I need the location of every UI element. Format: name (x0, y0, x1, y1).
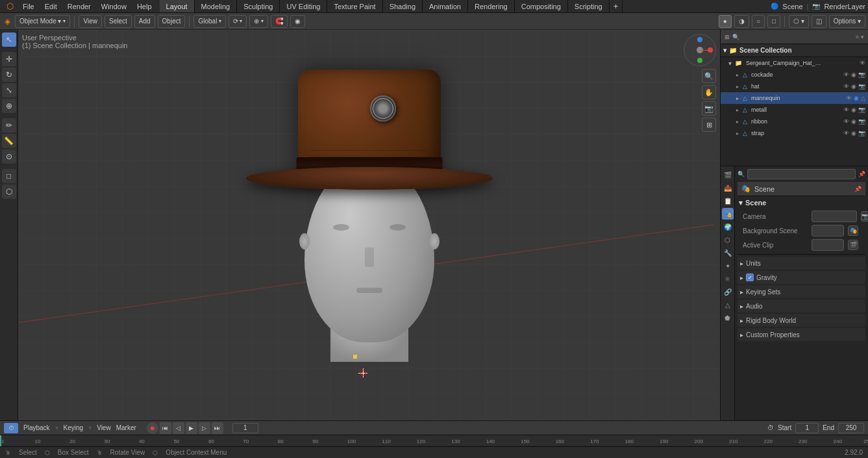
select-icon[interactable]: ◉ (851, 83, 856, 90)
tool-move[interactable]: ✛ (2, 52, 16, 66)
prop-tab-output[interactable]: 📤 (722, 182, 734, 194)
prop-tab-world[interactable]: 🌍 (722, 221, 734, 233)
eye-icon[interactable]: 👁 (843, 83, 849, 90)
btn-play[interactable]: ▶ (186, 422, 197, 434)
menu-help[interactable]: Help (132, 0, 157, 12)
outliner-item-strap[interactable]: ▸ △ strap 👁 ◉ 📷 (721, 127, 868, 139)
keying-sets-header[interactable]: ▸ Keying Sets (738, 285, 865, 298)
prop-tab-object[interactable]: ⬡ (722, 234, 734, 246)
viewport-mode-icon[interactable]: ◈ (3, 15, 12, 28)
pivot-dropdown[interactable]: ⊕ ▾ (249, 15, 268, 28)
props-search-box[interactable] (747, 169, 856, 179)
outliner-item-ribbon[interactable]: ▸ △ ribbon 👁 ◉ 📷 (721, 116, 868, 127)
prop-tab-particles[interactable]: ✦ (722, 260, 734, 272)
prop-tab-constraints[interactable]: 🔗 (722, 286, 734, 298)
tool-scale[interactable]: ⤡ (2, 83, 16, 97)
overlays-btn[interactable]: ⬡ ▾ (789, 15, 809, 28)
eye-icon[interactable]: 👁 (843, 130, 849, 136)
outliner-filter-dropdown[interactable]: ▾ (861, 34, 864, 40)
btn-next-frame[interactable]: ▷ (199, 422, 210, 434)
data-icon[interactable]: △ (861, 95, 865, 101)
outliner-item-mannequin[interactable]: ▸ △ mannequin 👁 ◉ △ (721, 92, 868, 104)
tool-measure[interactable]: 📏 (2, 134, 16, 148)
render-icon[interactable]: 📷 (858, 71, 865, 78)
prop-tab-data[interactable]: △ (722, 299, 734, 311)
tool-rotate[interactable]: ↻ (2, 68, 16, 82)
select-icon[interactable]: ◉ (851, 130, 856, 136)
scene-options-icon[interactable]: 📌 (854, 186, 862, 192)
viewport-3d[interactable]: User Perspective (1) Scene Collection | … (18, 30, 720, 420)
tool-select[interactable]: ↖ (2, 32, 16, 47)
prop-tab-physics[interactable]: ⚛ (722, 273, 734, 285)
tab-rendering[interactable]: Rendering (468, 0, 515, 12)
timeline-mode-icon[interactable]: ⏱ (4, 423, 18, 433)
viewport-shading-solid[interactable]: ● (719, 15, 732, 28)
tab-modeling[interactable]: Modeling (195, 0, 238, 12)
xray-toggle[interactable]: ◫ (812, 15, 826, 28)
gravity-checkbox[interactable]: ✓ (746, 274, 754, 281)
tab-shading[interactable]: Shading (383, 0, 423, 12)
eye-icon[interactable]: 👁 (843, 118, 849, 125)
blender-logo[interactable]: ⬡ (3, 0, 18, 12)
zoom-gizmo[interactable]: 🔍 (702, 69, 716, 83)
tab-animation[interactable]: Animation (423, 0, 468, 12)
tab-scripting[interactable]: Scripting (568, 0, 610, 12)
select-icon[interactable]: ◉ (854, 95, 859, 101)
tool-cursor[interactable]: ⊙ (2, 149, 16, 164)
options-btn[interactable]: Options ▾ (829, 15, 865, 28)
outliner-view-icon[interactable]: ≡ (856, 34, 859, 40)
add-menu[interactable]: Add (134, 15, 155, 28)
visibility-eye[interactable]: 👁 (860, 60, 865, 66)
render-icon[interactable]: 📷 (858, 130, 865, 136)
current-frame-display[interactable]: 1 (232, 423, 258, 433)
viewport-shading-material[interactable]: ◑ (734, 15, 749, 28)
units-section-header[interactable]: ▸ Units (738, 257, 865, 270)
transform-icons[interactable]: ⟳ ▾ (229, 15, 247, 28)
snap-toggle[interactable]: 🧲 (271, 15, 288, 28)
proportional-toggle[interactable]: ◉ (290, 15, 305, 28)
prop-active-clip-icon[interactable]: 🎬 (848, 240, 858, 250)
menu-render[interactable]: Render (62, 0, 96, 12)
outliner-item-sergeant-hat[interactable]: ▾ 📁 Sergeant_Campaign_Hat_with_Cockade_B… (721, 57, 868, 69)
eye-icon[interactable]: 👁 (843, 71, 849, 78)
select-icon[interactable]: ◉ (851, 118, 856, 125)
prop-tab-scene[interactable]: 🎭 (722, 208, 734, 220)
viewport-shading-wireframe[interactable]: □ (767, 15, 780, 28)
tool-annotate[interactable]: ✏ (2, 118, 16, 133)
navigation-gizmo[interactable] (684, 34, 716, 66)
prop-bg-scene-value[interactable] (812, 225, 844, 236)
marker-label[interactable]: Marker (116, 424, 136, 431)
viewport-shading-rendered[interactable]: ○ (752, 15, 765, 28)
collection-expand-icon[interactable]: ▾ (723, 47, 726, 54)
prop-bg-scene-icon[interactable]: 🎭 (848, 225, 858, 236)
btn-record[interactable]: ⏺ (147, 422, 158, 434)
select-icon[interactable]: ◉ (851, 107, 856, 113)
keying-label[interactable]: Keying (64, 424, 84, 431)
select-menu[interactable]: Select (105, 15, 132, 28)
start-frame-input[interactable]: 1 (795, 423, 819, 433)
gravity-section-header[interactable]: ▸ ✓ Gravity (738, 271, 865, 284)
outliner-item-hat[interactable]: ▸ △ hat 👁 ◉ 📷 (721, 81, 868, 92)
render-icon[interactable]: 📷 (858, 107, 865, 113)
prop-active-clip-value[interactable] (812, 239, 844, 251)
btn-skip-start[interactable]: ⏮ (160, 422, 171, 434)
view-menu[interactable]: View (79, 15, 102, 28)
pan-gizmo[interactable]: ✋ (702, 85, 716, 99)
tool-add-box[interactable]: □ (2, 169, 16, 183)
eye-icon[interactable]: 👁 (846, 95, 852, 101)
tool-extra[interactable]: ⬡ (2, 184, 16, 199)
tab-layout[interactable]: Layout (160, 0, 195, 12)
select-icon[interactable]: ◉ (851, 71, 856, 78)
tab-texture-paint[interactable]: Texture Paint (327, 0, 382, 12)
audio-section-header[interactable]: ▸ Audio (738, 299, 865, 312)
prop-tab-material[interactable]: ⬟ (722, 312, 734, 324)
grid-gizmo[interactable]: ⊞ (702, 118, 716, 132)
scene-section-header[interactable]: ▾ Scene (738, 196, 865, 209)
tab-sculpting[interactable]: Sculpting (237, 0, 280, 12)
prop-tab-render[interactable]: 🎬 (722, 169, 734, 181)
render-icon[interactable]: 📷 (858, 118, 865, 125)
outliner-item-cockade[interactable]: ▸ △ cockade 👁 ◉ 📷 (721, 69, 868, 81)
outliner-item-metall[interactable]: ▸ △ metall 👁 ◉ 📷 (721, 104, 868, 116)
custom-props-header[interactable]: ▸ Custom Properties (738, 328, 865, 341)
tool-transform[interactable]: ⊕ (2, 99, 16, 113)
